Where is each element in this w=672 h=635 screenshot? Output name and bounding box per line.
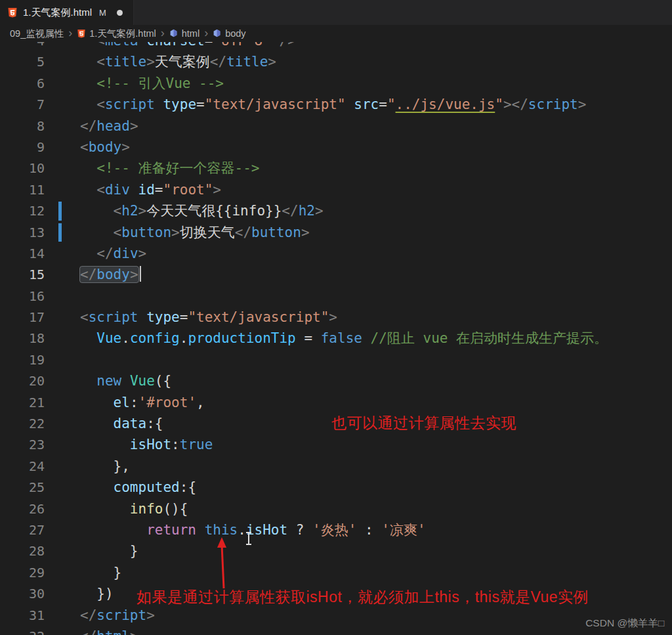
- token: :: [130, 395, 138, 410]
- code-line-25[interactable]: 25 computed:{: [0, 477, 672, 498]
- code-text[interactable]: Vue.config.productionTip = false //阻止 vu…: [80, 328, 672, 349]
- code-text[interactable]: info(){: [80, 498, 672, 519]
- token: [130, 182, 138, 198]
- breadcrumb-item-body-el[interactable]: body: [213, 28, 245, 39]
- code-text[interactable]: </body>: [80, 264, 672, 285]
- code-line-11[interactable]: 11 <div id="root">: [0, 179, 672, 200]
- code-line-10[interactable]: 10 <!-- 准备好一个容器-->: [0, 158, 672, 179]
- line-number[interactable]: 9: [0, 137, 45, 158]
- line-number[interactable]: 32: [0, 626, 45, 635]
- code-text[interactable]: isHot:true: [80, 434, 672, 455]
- line-number[interactable]: 13: [0, 222, 45, 243]
- editor[interactable]: 4 <meta charset="UTF-8" />5 <title>天气案例<…: [0, 42, 672, 635]
- code-text[interactable]: <h2>今天天气很{{info}}</h2>: [80, 200, 672, 221]
- token: >: [138, 203, 147, 219]
- code-text[interactable]: <!-- 准备好一个容器-->: [80, 158, 672, 179]
- line-number[interactable]: 24: [0, 456, 45, 477]
- code-text[interactable]: new Vue({: [80, 370, 672, 391]
- code-text[interactable]: <!-- 引入Vue -->: [80, 73, 672, 94]
- code-text[interactable]: }: [80, 540, 672, 561]
- line-number[interactable]: 27: [0, 519, 45, 540]
- code-line-28[interactable]: 28 }: [0, 540, 672, 561]
- breadcrumb-item-html-el[interactable]: html: [169, 28, 200, 39]
- line-number[interactable]: 31: [0, 605, 45, 626]
- line-number[interactable]: 8: [0, 116, 45, 137]
- breadcrumb-item-folder[interactable]: 09_监视属性: [10, 28, 64, 40]
- code-line-26[interactable]: 26 info(){: [0, 498, 672, 519]
- line-number[interactable]: 30: [0, 583, 45, 604]
- token: =: [296, 330, 321, 346]
- code-text[interactable]: el:'#root',: [80, 392, 672, 413]
- code-text[interactable]: </div>: [80, 243, 672, 264]
- code-text[interactable]: </html>: [80, 626, 672, 635]
- editor-tab[interactable]: 1.天气案例.html M: [0, 0, 134, 25]
- code-line-6[interactable]: 6 <!-- 引入Vue -->: [0, 73, 672, 94]
- line-number[interactable]: 4: [0, 42, 45, 51]
- line-number[interactable]: 6: [0, 73, 45, 94]
- code-line-7[interactable]: 7 <script type="text/javascript" src="..…: [0, 94, 672, 115]
- code-text[interactable]: <script type="text/javascript">: [80, 307, 672, 328]
- code-text[interactable]: <body>: [80, 137, 672, 158]
- code-line-5[interactable]: 5 <title>天气案例</title>: [0, 51, 672, 72]
- code-text[interactable]: <button>切换天气</button>: [80, 222, 672, 243]
- code-line-4[interactable]: 4 <meta charset="UTF-8" />: [0, 42, 672, 51]
- line-number[interactable]: 28: [0, 540, 45, 561]
- code-text[interactable]: <div id="root">: [80, 179, 672, 200]
- line-number[interactable]: 16: [0, 286, 45, 307]
- code-text[interactable]: <script type="text/javascript" src="../j…: [80, 94, 672, 115]
- code-text[interactable]: return this.isHot ? '炎热' : '凉爽': [80, 519, 672, 540]
- code-line-12[interactable]: 12 <h2>今天天气很{{info}}</h2>: [0, 200, 672, 221]
- line-number[interactable]: 7: [0, 94, 45, 115]
- token: [138, 42, 147, 49]
- code-line-18[interactable]: 18 Vue.config.productionTip = false //阻止…: [0, 328, 672, 349]
- code-text[interactable]: </head>: [80, 116, 672, 137]
- code-line-23[interactable]: 23 isHot:true: [0, 434, 672, 455]
- code-line-27[interactable]: 27 return this.isHot ? '炎热' : '凉爽': [0, 519, 672, 540]
- line-number[interactable]: 12: [0, 200, 45, 221]
- code-line-9[interactable]: 9<body>: [0, 137, 672, 158]
- line-number[interactable]: 23: [0, 434, 45, 455]
- line-number[interactable]: 17: [0, 307, 45, 328]
- line-number[interactable]: 15: [0, 264, 45, 285]
- line-number[interactable]: 18: [0, 328, 45, 349]
- line-number[interactable]: 25: [0, 477, 45, 498]
- line-number[interactable]: 22: [0, 413, 45, 434]
- code-line-15[interactable]: 15</body>: [0, 264, 672, 285]
- line-number[interactable]: 26: [0, 498, 45, 519]
- token: </: [80, 267, 96, 282]
- code-text[interactable]: }: [80, 562, 672, 583]
- code-line-29[interactable]: 29 }: [0, 562, 672, 583]
- code-line-19[interactable]: 19: [0, 349, 672, 370]
- code-text[interactable]: </script>: [80, 605, 672, 626]
- line-number[interactable]: 29: [0, 562, 45, 583]
- line-number[interactable]: 5: [0, 51, 45, 72]
- code-line-16[interactable]: 16: [0, 286, 672, 307]
- code-text[interactable]: computed:{: [80, 477, 672, 498]
- token: </: [210, 54, 226, 70]
- line-number[interactable]: 11: [0, 179, 45, 200]
- unsaved-dot-icon[interactable]: [117, 10, 123, 16]
- gutter: [45, 583, 80, 604]
- code-text[interactable]: },: [80, 456, 672, 477]
- code-line-32[interactable]: 32</html>: [0, 626, 672, 635]
- code-line-8[interactable]: 8</head>: [0, 116, 672, 137]
- code-line-24[interactable]: 24 },: [0, 456, 672, 477]
- code-text[interactable]: [80, 349, 672, 370]
- line-number[interactable]: 20: [0, 370, 45, 391]
- code-line-17[interactable]: 17<script type="text/javascript">: [0, 307, 672, 328]
- line-number[interactable]: 14: [0, 243, 45, 264]
- line-number[interactable]: 21: [0, 392, 45, 413]
- code-line-13[interactable]: 13 <button>切换天气</button>: [0, 222, 672, 243]
- token: >: [171, 225, 180, 240]
- line-number[interactable]: 19: [0, 349, 45, 370]
- code-line-21[interactable]: 21 el:'#root',: [0, 392, 672, 413]
- token: charset: [146, 42, 205, 49]
- code-line-31[interactable]: 31</script>: [0, 605, 672, 626]
- code-text[interactable]: [80, 286, 672, 307]
- code-line-20[interactable]: 20 new Vue({: [0, 370, 672, 391]
- code-text[interactable]: <title>天气案例</title>: [80, 51, 672, 72]
- code-text[interactable]: <meta charset="UTF-8" />: [80, 42, 672, 51]
- code-line-14[interactable]: 14 </div>: [0, 243, 672, 264]
- line-number[interactable]: 10: [0, 158, 45, 179]
- breadcrumb-item-file[interactable]: 1.天气案例.html: [77, 28, 156, 40]
